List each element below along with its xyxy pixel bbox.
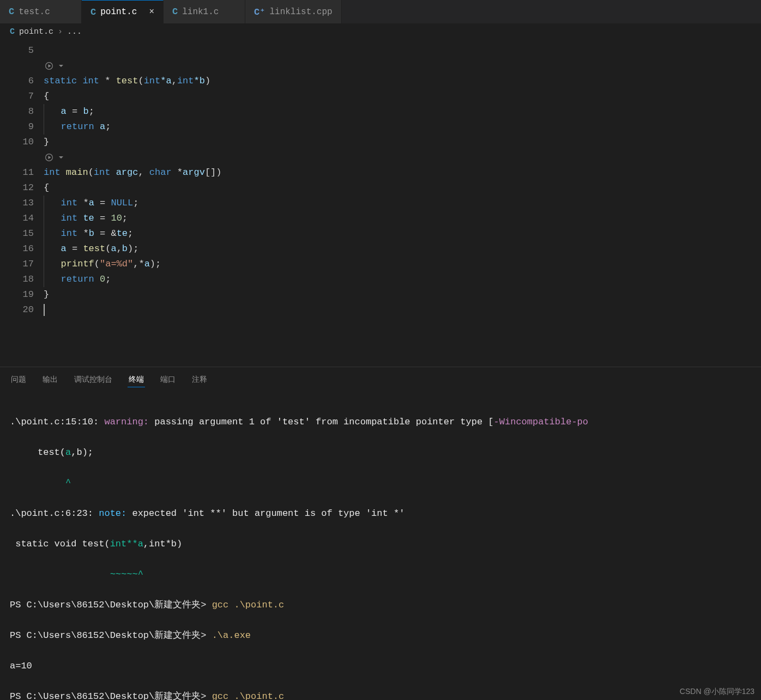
code-line-18: return 0; [44, 272, 761, 287]
code-line-6: static int * test(int*a,int*b) [44, 74, 761, 89]
code-line-8: a = b; [44, 104, 761, 119]
panel-tab-problems[interactable]: 问题 [10, 373, 27, 387]
tab-label: point.c [100, 7, 137, 17]
close-icon[interactable]: × [149, 7, 154, 17]
code-editor[interactable]: 5 6 7 8 9 10 11 12 13 14 15 16 17 18 19 … [0, 40, 761, 367]
tab-link1-c[interactable]: C link1.c [164, 0, 245, 23]
tab-bar: C test.c C point.c × C link1.c C⁺ linkli… [0, 0, 761, 24]
code-line-13: int *a = NULL; [44, 196, 761, 211]
code-line-16: a = test(a,b); [44, 241, 761, 257]
code-line-12: { [44, 180, 761, 196]
c-lang-icon: C [172, 7, 178, 17]
c-lang-icon: C [10, 27, 15, 36]
panel-tab-ports[interactable]: 端口 [159, 373, 177, 387]
tab-linklist-cpp[interactable]: C⁺ linklist.cpp [245, 0, 342, 23]
c-lang-icon: C [90, 7, 96, 17]
code-line-14: int te = 10; [44, 211, 761, 226]
code-line-20 [44, 302, 761, 318]
tab-label: test.c [19, 7, 50, 17]
breadcrumb-file: point.c [19, 27, 53, 36]
line-gutter: 5 6 7 8 9 10 11 12 13 14 15 16 17 18 19 … [0, 43, 44, 367]
panel-tab-output[interactable]: 输出 [41, 373, 59, 387]
tab-test-c[interactable]: C test.c [0, 0, 82, 23]
tab-point-c[interactable]: C point.c × [82, 0, 164, 23]
panel-tabs: 问题 输出 调试控制台 终端 端口 注释 [10, 373, 751, 392]
code-lens[interactable] [44, 150, 761, 165]
code-line-7: { [44, 89, 761, 104]
panel-tab-comments[interactable]: 注释 [191, 373, 208, 387]
code-line-15: int *b = &te; [44, 226, 761, 241]
chevron-down-icon [57, 62, 65, 70]
chevron-down-icon [57, 153, 65, 162]
tab-label: link1.c [182, 7, 219, 17]
c-lang-icon: C [9, 7, 14, 17]
code-lens[interactable] [44, 58, 761, 74]
run-icon [45, 153, 53, 162]
code-line-11: int main(int argc, char *argv[]) [44, 165, 761, 180]
terminal[interactable]: .\point.c:15:10: warning: passing argume… [10, 392, 751, 700]
chevron-right-icon: › [58, 27, 63, 36]
watermark: CSDN @小陈同学123 [680, 687, 754, 697]
breadcrumb-rest: ... [67, 27, 82, 36]
cpp-lang-icon: C⁺ [254, 6, 265, 17]
tab-label: linklist.cpp [269, 7, 332, 17]
code-line-17: printf("a=%d",*a); [44, 257, 761, 272]
code-area[interactable]: static int * test(int*a,int*b) { a = b; … [44, 43, 761, 367]
panel-tab-terminal[interactable]: 终端 [128, 373, 145, 387]
editor-cursor [44, 304, 45, 316]
bottom-panel: 问题 输出 调试控制台 终端 端口 注释 .\point.c:15:10: wa… [0, 367, 761, 700]
code-line-10: } [44, 135, 761, 150]
code-line-9: return a; [44, 119, 761, 135]
run-icon [45, 62, 53, 70]
breadcrumb[interactable]: C point.c › ... [0, 24, 761, 40]
code-line-19: } [44, 287, 761, 302]
panel-tab-debug-console[interactable]: 调试控制台 [73, 373, 113, 387]
